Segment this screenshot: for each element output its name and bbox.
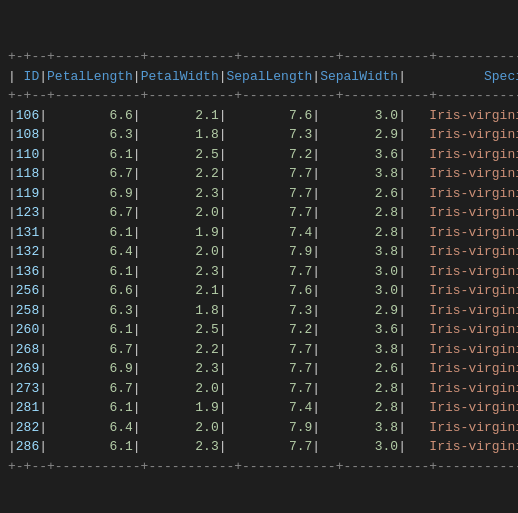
table-row: |118| 6.7| 2.2| 7.7| 3.8| Iris-virginica… bbox=[8, 164, 510, 184]
separator-row: +-+--+-----------+-----------+----------… bbox=[8, 457, 510, 477]
table-row: |258| 6.3| 1.8| 7.3| 2.9| Iris-virginica… bbox=[8, 301, 510, 321]
table-row: |281| 6.1| 1.9| 7.4| 2.8| Iris-virginica… bbox=[8, 398, 510, 418]
main-table-container: +-+--+-----------+-----------+----------… bbox=[8, 8, 510, 513]
table-row: |256| 6.6| 2.1| 7.6| 3.0| Iris-virginica… bbox=[8, 281, 510, 301]
table-row: |269| 6.9| 2.3| 7.7| 2.6| Iris-virginica… bbox=[8, 359, 510, 379]
table-row: |136| 6.1| 2.3| 7.7| 3.0| Iris-virginica… bbox=[8, 262, 510, 282]
table-row: |106| 6.6| 2.1| 7.6| 3.0| Iris-virginica… bbox=[8, 106, 510, 126]
table-row: |273| 6.7| 2.0| 7.7| 2.8| Iris-virginica… bbox=[8, 379, 510, 399]
table-row: |282| 6.4| 2.0| 7.9| 3.8| Iris-virginica… bbox=[8, 418, 510, 438]
table-row: |110| 6.1| 2.5| 7.2| 3.6| Iris-virginica… bbox=[8, 145, 510, 165]
table-row: |268| 6.7| 2.2| 7.7| 3.8| Iris-virginica… bbox=[8, 340, 510, 360]
table-row: |131| 6.1| 1.9| 7.4| 2.8| Iris-virginica… bbox=[8, 223, 510, 243]
header-row: | ID|PetalLength|PetalWidth|SepalLength|… bbox=[8, 67, 510, 87]
main-table: +-+--+-----------+-----------+----------… bbox=[8, 47, 510, 476]
table-row: |119| 6.9| 2.3| 7.7| 2.6| Iris-virginica… bbox=[8, 184, 510, 204]
table-row: |286| 6.1| 2.3| 7.7| 3.0| Iris-virginica… bbox=[8, 437, 510, 457]
separator-row: +-+--+-----------+-----------+----------… bbox=[8, 86, 510, 106]
separator-row: +-+--+-----------+-----------+----------… bbox=[8, 47, 510, 67]
table-row: |108| 6.3| 1.8| 7.3| 2.9| Iris-virginica… bbox=[8, 125, 510, 145]
table-row: |260| 6.1| 2.5| 7.2| 3.6| Iris-virginica… bbox=[8, 320, 510, 340]
table-row: |132| 6.4| 2.0| 7.9| 3.8| Iris-virginica… bbox=[8, 242, 510, 262]
table-row: |123| 6.7| 2.0| 7.7| 2.8| Iris-virginica… bbox=[8, 203, 510, 223]
